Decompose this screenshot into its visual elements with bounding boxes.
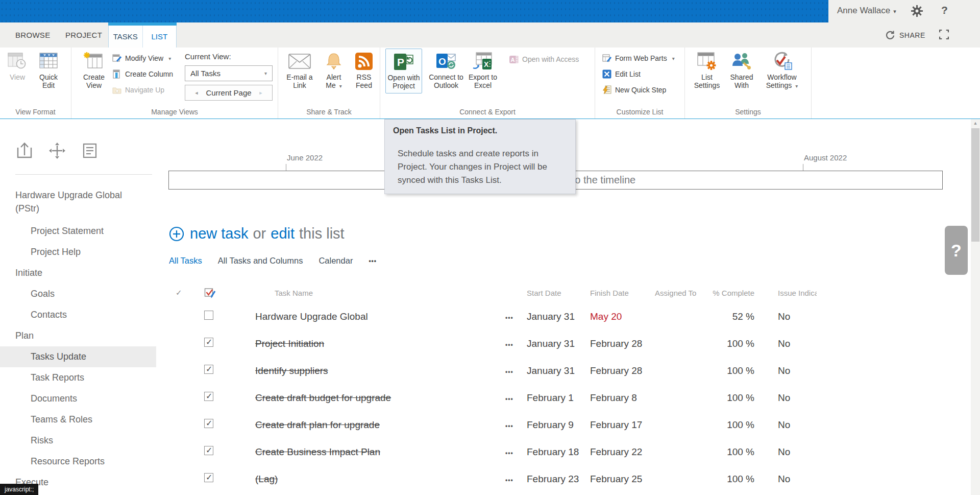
more-options-button[interactable]: ••• <box>505 314 513 321</box>
sidebar-item-contacts[interactable]: Contacts <box>0 304 156 325</box>
scrollbar-thumb[interactable] <box>971 128 979 242</box>
group-label-manage-views: Manage Views <box>71 108 278 116</box>
move-icon[interactable] <box>48 142 66 160</box>
scrollbar-up-arrow[interactable]: ▲ <box>971 121 980 126</box>
tab-browse[interactable]: BROWSE <box>15 22 50 48</box>
group-label-view-format: View Format <box>0 108 71 116</box>
new-quick-step-button[interactable]: New Quick Step <box>602 83 666 97</box>
new-task-link[interactable]: new task <box>190 225 248 242</box>
open-with-project-button[interactable]: P Open with Project <box>385 49 422 93</box>
sidebar-item-plan[interactable]: Plan <box>0 325 156 346</box>
settings-gear-button[interactable] <box>911 5 923 17</box>
tab-project[interactable]: PROJECT <box>65 22 102 48</box>
col-assigned-to[interactable]: Assigned To <box>651 289 707 297</box>
create-view-button[interactable]: Create View <box>79 50 109 89</box>
completed-column-header[interactable] <box>199 287 250 299</box>
percent-complete: 100 % <box>707 365 755 376</box>
col-issue-indicator[interactable]: Issue Indicator <box>755 289 817 297</box>
task-checkbox[interactable] <box>204 392 213 401</box>
navigate-up-label: Navigate Up <box>125 86 164 94</box>
user-menu[interactable]: Anne Wallace▾ <box>837 6 896 16</box>
workflow-settings-button[interactable]: Workflow Settings ▾ <box>761 50 803 90</box>
previous-page-arrow[interactable]: ◄ <box>194 90 199 96</box>
task-name[interactable]: Create draft plan for upgrade <box>250 419 505 431</box>
sidebar-item-teams-roles[interactable]: Teams & Roles <box>0 409 156 430</box>
connect-to-outlook-button[interactable]: O Connect to Outlook <box>427 50 465 89</box>
new-task-plus-button[interactable] <box>168 226 185 242</box>
create-column-icon <box>112 69 121 79</box>
alert-me-button[interactable]: Alert Me ▾ <box>322 50 346 90</box>
sidebar-item-goals[interactable]: Goals <box>0 284 156 304</box>
notes-icon[interactable] <box>81 142 99 160</box>
help-panel-button[interactable]: ? <box>945 226 968 275</box>
sidebar-item-project-help[interactable]: Project Help <box>0 242 156 263</box>
suite-help-button[interactable]: ? <box>941 4 948 16</box>
col-task-name[interactable]: Task Name <box>250 289 505 297</box>
promote-icon[interactable] <box>15 142 34 160</box>
view-calendar[interactable]: Calendar <box>318 256 353 266</box>
more-options-button[interactable]: ••• <box>505 477 513 484</box>
group-manage-views: Create View Modify View ▾ <box>71 48 278 119</box>
more-options-button[interactable]: ••• <box>505 341 513 348</box>
task-checkbox[interactable] <box>204 365 213 374</box>
form-web-parts-button[interactable]: Form Web Parts ▾ <box>602 52 675 65</box>
task-name[interactable]: (Lag) <box>250 474 505 485</box>
navigate-up-button[interactable]: Navigate Up <box>112 83 164 97</box>
view-all-tasks[interactable]: All Tasks <box>169 256 202 266</box>
more-options-button[interactable]: ••• <box>505 422 513 430</box>
open-with-access-button[interactable]: A Open with Access <box>509 53 579 66</box>
view-all-tasks-and-columns[interactable]: All Tasks and Columns <box>218 256 303 266</box>
sidebar-item-project-home[interactable]: Hardware Upgrade Global (PStr) <box>0 184 143 221</box>
modify-view-button[interactable]: Modify View ▾ <box>112 52 171 65</box>
sidebar-item-risks[interactable]: Risks <box>0 430 156 451</box>
quick-step-icon <box>602 85 611 95</box>
view-more-button[interactable]: ••• <box>369 256 377 266</box>
share-button[interactable]: SHARE <box>885 22 925 48</box>
sidebar-item-resource-reports[interactable]: Resource Reports <box>0 451 156 472</box>
rss-feed-button[interactable]: RSS Feed <box>353 50 375 89</box>
list-settings-button[interactable]: List Settings <box>691 50 723 89</box>
email-link-button[interactable]: E-mail a Link <box>284 50 315 89</box>
sidebar-item-task-reports[interactable]: Task Reports <box>0 367 156 388</box>
current-view-value: All Tasks <box>190 69 220 78</box>
svg-text:O: O <box>438 56 446 67</box>
task-checkbox[interactable] <box>204 311 213 320</box>
current-view-dropdown[interactable]: All Tasks ▾ <box>185 65 273 81</box>
col-start-date[interactable]: Start Date <box>523 289 587 297</box>
task-name[interactable]: Create Business Impact Plan <box>250 446 505 458</box>
quick-edit-button[interactable]: Quick Edit <box>33 50 64 89</box>
sidebar-item-initiate[interactable]: Initiate <box>0 263 156 284</box>
view-switcher: All Tasks All Tasks and Columns Calendar… <box>169 256 377 266</box>
more-options-button[interactable]: ••• <box>505 450 513 457</box>
sidebar-item-tasks-update[interactable]: Tasks Update <box>0 346 156 367</box>
sidebar-item-project-statement[interactable]: Project Statement <box>0 221 156 242</box>
task-checkbox[interactable] <box>204 446 213 455</box>
table-row: Create draft budget for upgrade ••• Febr… <box>168 384 817 411</box>
more-options-button[interactable]: ••• <box>505 368 513 375</box>
view-button[interactable]: View <box>3 50 32 81</box>
more-options-button[interactable]: ••• <box>505 395 513 403</box>
shared-with-button[interactable]: Shared With <box>727 50 756 89</box>
workflow-settings-label: Workflow Settings <box>766 73 797 89</box>
task-name[interactable]: Project Initiation <box>250 338 505 349</box>
task-checkbox[interactable] <box>204 419 213 428</box>
col-percent-complete[interactable]: % Complete <box>707 289 755 297</box>
edit-list-button[interactable]: Edit List <box>602 67 641 81</box>
select-all-check[interactable]: ✓ <box>168 288 199 297</box>
percent-complete: 100 % <box>707 446 755 458</box>
next-page-arrow[interactable]: ► <box>259 90 263 96</box>
task-name[interactable]: Create draft budget for upgrade <box>250 392 505 404</box>
export-to-excel-button[interactable]: X Export to Excel <box>467 50 499 89</box>
col-finish-date[interactable]: Finish Date <box>587 289 651 297</box>
tab-list[interactable]: LIST <box>143 26 177 48</box>
task-checkbox[interactable] <box>204 338 213 347</box>
edit-list-link[interactable]: edit <box>271 225 295 242</box>
task-name[interactable]: Identify suppliers <box>250 365 505 376</box>
task-name[interactable]: Hardware Upgrade Global <box>250 311 505 322</box>
task-checkbox[interactable] <box>204 473 213 482</box>
focus-on-content-button[interactable] <box>939 30 949 39</box>
sidebar-item-documents[interactable]: Documents <box>0 388 156 409</box>
create-column-button[interactable]: Create Column <box>112 67 173 81</box>
finish-date: February 8 <box>587 392 651 404</box>
tab-tasks[interactable]: TASKS <box>109 26 143 48</box>
